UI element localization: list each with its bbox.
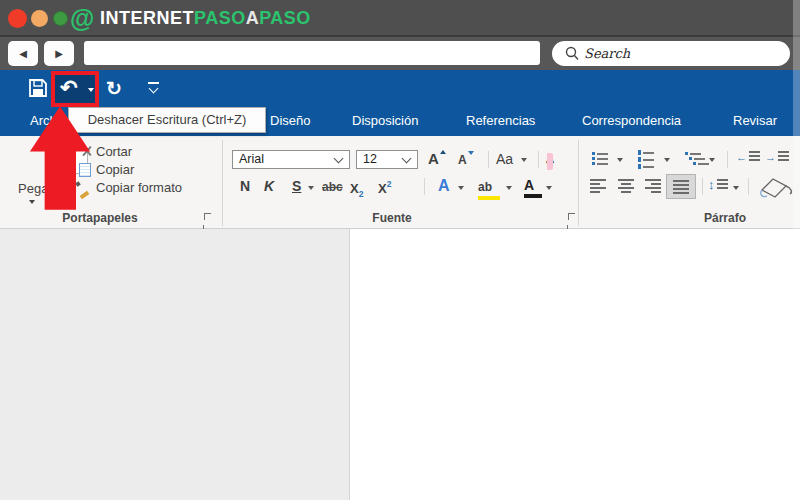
superscript-button[interactable]: X2 bbox=[378, 179, 391, 197]
line-spacing-icon: ↕ bbox=[708, 178, 715, 191]
bold-button[interactable]: N bbox=[240, 178, 250, 194]
highlight-button[interactable]: ab bbox=[478, 177, 500, 200]
subscript-button[interactable]: X2 bbox=[350, 179, 363, 199]
text-effects-button[interactable]: A bbox=[438, 177, 450, 195]
grow-font-caret-icon bbox=[440, 150, 446, 154]
window-close-dot[interactable] bbox=[8, 9, 27, 28]
highlight-color-bar bbox=[478, 196, 500, 200]
decrease-indent-icon: ← bbox=[736, 152, 747, 163]
format-painter-label[interactable]: Copiar formato bbox=[96, 180, 182, 195]
redo-icon[interactable]: ↻ bbox=[106, 76, 122, 102]
increase-indent-button[interactable]: → bbox=[765, 151, 789, 163]
tab-disposicion[interactable]: Disposición bbox=[352, 106, 418, 136]
group-divider bbox=[222, 140, 223, 226]
copy-icon[interactable] bbox=[79, 163, 91, 177]
line-spacing-lines bbox=[717, 179, 728, 191]
multilevel-list-caret-icon[interactable] bbox=[709, 158, 715, 162]
small-divider bbox=[488, 151, 489, 168]
align-center-icon[interactable] bbox=[618, 179, 634, 195]
italic-button[interactable]: K bbox=[264, 178, 274, 194]
indent-lines bbox=[778, 151, 789, 163]
font-color-button[interactable]: A bbox=[524, 176, 542, 198]
text-effects-caret-icon[interactable] bbox=[458, 186, 464, 190]
numbered-list-caret-icon[interactable] bbox=[664, 158, 670, 162]
bullet-list-icon[interactable] bbox=[592, 152, 608, 167]
decrease-indent-button[interactable]: ← bbox=[736, 151, 760, 163]
search-icon bbox=[565, 46, 579, 61]
justify-button-selected[interactable] bbox=[666, 174, 696, 199]
paragraph-group-label: Párrafo bbox=[665, 211, 785, 225]
window-zoom-dot[interactable] bbox=[53, 11, 68, 26]
small-divider bbox=[538, 151, 539, 168]
change-case-button[interactable]: Aa bbox=[496, 151, 513, 167]
shrink-font-caret-icon bbox=[468, 151, 474, 155]
search-placeholder: Search bbox=[584, 41, 630, 66]
forward-button[interactable]: ▶ bbox=[44, 41, 74, 66]
font-name-value: Arial bbox=[233, 151, 349, 168]
address-bar[interactable] bbox=[84, 41, 540, 65]
indent-lines bbox=[749, 151, 760, 163]
group-divider bbox=[578, 140, 579, 226]
font-name-combo[interactable]: Arial bbox=[232, 150, 350, 169]
font-size-combo[interactable]: 12 bbox=[356, 150, 418, 169]
grow-font-button[interactable]: A bbox=[428, 150, 439, 167]
numbered-list-icon[interactable] bbox=[638, 150, 654, 171]
window-minimize-dot[interactable] bbox=[31, 10, 48, 27]
subscript-digit: 2 bbox=[359, 189, 364, 199]
small-divider bbox=[748, 178, 749, 195]
save-icon[interactable] bbox=[27, 77, 49, 99]
multilevel-list-icon[interactable] bbox=[685, 152, 709, 167]
increase-indent-icon: → bbox=[765, 152, 776, 163]
superscript-digit: 2 bbox=[387, 179, 392, 189]
underline-button[interactable]: S bbox=[292, 178, 301, 194]
tab-referencias[interactable]: Referencias bbox=[466, 106, 535, 136]
back-button[interactable]: ◀ bbox=[8, 41, 38, 66]
customize-qat-icon[interactable] bbox=[148, 82, 159, 92]
strikethrough-button[interactable]: abc bbox=[322, 180, 343, 194]
logo-word-paso2: PASO bbox=[259, 8, 311, 28]
logo-word-a: A bbox=[246, 8, 260, 28]
logo-word-internet: INTERNET bbox=[100, 8, 194, 28]
highlight-caret-icon[interactable] bbox=[506, 186, 512, 190]
undo-tooltip-text: Deshacer Escritura (Ctrl+Z) bbox=[88, 112, 247, 127]
back-icon: ◀ bbox=[19, 48, 27, 59]
clipboard-group-label: Portapapeles bbox=[35, 211, 165, 225]
site-logo: INTERNETPASOAPASO bbox=[100, 0, 311, 37]
change-case-caret-icon[interactable] bbox=[521, 158, 527, 162]
line-spacing-caret-icon[interactable] bbox=[733, 186, 739, 190]
forward-icon: ▶ bbox=[55, 48, 63, 59]
search-field[interactable]: Search bbox=[552, 41, 790, 66]
highlight-rectangle bbox=[51, 71, 99, 107]
font-color-letter: A bbox=[524, 177, 534, 193]
highlight-letters: ab bbox=[478, 180, 492, 194]
document-page[interactable] bbox=[350, 229, 800, 500]
logo-at-icon: @ bbox=[70, 2, 94, 34]
cut-label[interactable]: Cortar bbox=[96, 144, 132, 159]
bullet-list-caret-icon[interactable] bbox=[617, 158, 623, 162]
tab-diseno[interactable]: Diseño bbox=[270, 106, 310, 136]
underline-caret-icon[interactable] bbox=[308, 186, 314, 190]
shading-bucket-icon[interactable] bbox=[758, 175, 800, 199]
align-left-icon[interactable] bbox=[590, 179, 606, 195]
small-divider bbox=[727, 151, 728, 168]
superscript-x: X bbox=[378, 181, 387, 196]
small-divider bbox=[424, 178, 425, 195]
justify-icon bbox=[673, 180, 689, 196]
font-color-caret-icon[interactable] bbox=[546, 186, 552, 190]
tab-revisar[interactable]: Revisar bbox=[733, 106, 777, 136]
undo-tooltip: Deshacer Escritura (Ctrl+Z) bbox=[68, 107, 266, 133]
tab-correspondencia[interactable]: Correspondencia bbox=[582, 106, 681, 136]
document-margin-area bbox=[0, 229, 350, 500]
shrink-font-button[interactable]: A bbox=[458, 153, 467, 167]
subscript-x: X bbox=[350, 181, 359, 196]
line-spacing-button[interactable]: ↕ bbox=[708, 178, 728, 191]
logo-word-paso1: PASO bbox=[194, 8, 246, 28]
align-right-icon[interactable] bbox=[645, 179, 661, 195]
screenshot-root: @ INTERNETPASOAPASO ◀ ▶ Search ↶ ↻ Archi… bbox=[0, 0, 800, 500]
font-color-bar bbox=[524, 194, 542, 198]
copy-label[interactable]: Copiar bbox=[96, 162, 134, 177]
small-divider bbox=[702, 178, 703, 195]
font-group-label: Fuente bbox=[330, 211, 454, 225]
paste-dropdown-caret[interactable] bbox=[29, 200, 35, 204]
browser-title-bar: @ INTERNETPASOAPASO bbox=[0, 0, 800, 37]
